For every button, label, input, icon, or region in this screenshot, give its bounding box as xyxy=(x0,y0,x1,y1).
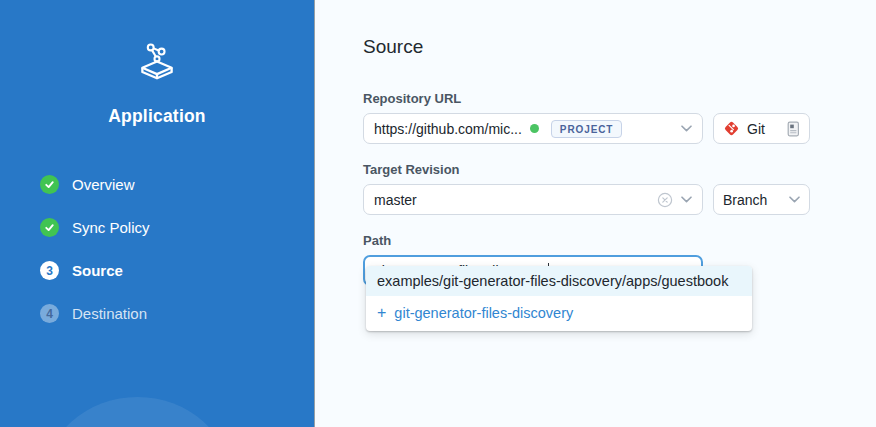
path-suggestion-item[interactable]: examples/git-generator-files-discovery/a… xyxy=(366,266,752,296)
check-icon xyxy=(40,218,59,237)
path-suggestions-dropdown: examples/git-generator-files-discovery/a… xyxy=(366,266,752,331)
project-badge: PROJECT xyxy=(551,120,623,138)
target-revision-input[interactable]: master xyxy=(363,184,703,215)
path-field: Path git-generator-files-discovery examp… xyxy=(363,233,876,286)
connection-status-dot xyxy=(530,124,539,133)
wizard-sidebar: Application Overview Sync Policy xyxy=(0,0,315,427)
step-label: Source xyxy=(72,262,123,279)
application-box-icon xyxy=(134,40,180,86)
path-add-label: git-generator-files-discovery xyxy=(394,305,573,321)
repo-type-control[interactable]: Git xyxy=(713,113,810,144)
chevron-down-icon[interactable] xyxy=(681,196,692,203)
repository-url-label: Repository URL xyxy=(363,91,876,106)
target-revision-label: Target Revision xyxy=(363,162,876,177)
step-source[interactable]: 3 Source xyxy=(40,261,314,280)
wizard-steps: Overview Sync Policy 3 Source 4 Destinat… xyxy=(0,175,314,323)
chevron-down-icon[interactable] xyxy=(681,125,692,132)
chevron-down-icon xyxy=(789,196,800,203)
repo-type-selector-icon[interactable] xyxy=(787,121,800,137)
revision-type-select[interactable]: Branch xyxy=(713,184,810,215)
step-sync-policy[interactable]: Sync Policy xyxy=(40,218,314,237)
repository-url-input[interactable]: https://github.com/mic... PROJECT xyxy=(363,113,703,144)
target-revision-field: Target Revision master xyxy=(363,162,876,215)
step-number-badge: 3 xyxy=(40,261,59,280)
repo-type-label: Git xyxy=(747,121,787,137)
repository-url-field: Repository URL https://github.com/mic...… xyxy=(363,91,876,144)
git-icon xyxy=(723,120,740,137)
target-revision-value: master xyxy=(374,192,417,208)
sidebar-header: Application xyxy=(0,0,314,127)
wizard-title: Application xyxy=(0,106,314,127)
step-label: Destination xyxy=(72,305,147,322)
step-destination[interactable]: 4 Destination xyxy=(40,304,314,323)
plus-icon: + xyxy=(377,305,386,321)
revision-type-label: Branch xyxy=(723,192,781,208)
page-title: Source xyxy=(363,36,876,58)
application-wizard: Application Overview Sync Policy xyxy=(0,0,876,427)
step-label: Sync Policy xyxy=(72,219,150,236)
source-step-panel: Source Repository URL https://github.com… xyxy=(315,0,876,427)
step-number-badge: 4 xyxy=(40,304,59,323)
sidebar-decoration xyxy=(45,397,230,427)
clear-icon[interactable] xyxy=(657,192,673,208)
check-icon xyxy=(40,175,59,194)
step-overview[interactable]: Overview xyxy=(40,175,314,194)
repository-url-value: https://github.com/mic... xyxy=(374,121,522,137)
path-label: Path xyxy=(363,233,876,248)
step-label: Overview xyxy=(72,176,135,193)
path-add-item[interactable]: + git-generator-files-discovery xyxy=(366,296,752,331)
